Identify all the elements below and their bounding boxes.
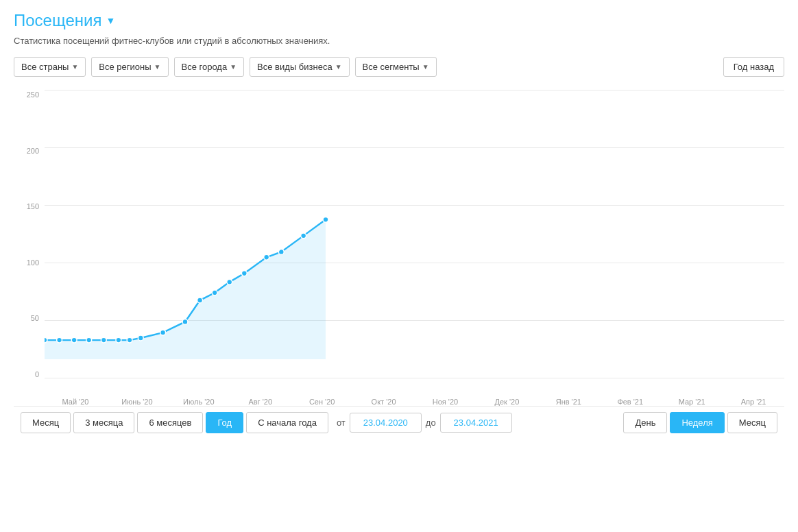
- chevron-down-icon: ▼: [230, 63, 237, 71]
- chart-area: 0 50 100 150 200 250 Май '20 Июнь '20 Ию…: [14, 90, 784, 406]
- x-axis: Май '20 Июнь '20 Июль '20 Авг '20 Сен '2…: [45, 378, 784, 406]
- y-label-100: 100: [14, 258, 45, 267]
- chevron-down-icon: ▼: [335, 63, 342, 71]
- filter-cities[interactable]: Все города ▼: [174, 57, 245, 77]
- x-label-aug20: Авг '20: [230, 398, 291, 406]
- granularity-controls: День Неделя Месяц: [623, 412, 777, 433]
- svg-point-8: [160, 330, 166, 335]
- date-to-label: до: [426, 418, 436, 428]
- x-label-may20: Май '20: [45, 398, 106, 406]
- btn-3months[interactable]: 3 месяца: [73, 412, 134, 433]
- svg-point-15: [278, 249, 284, 254]
- date-from-input[interactable]: [350, 413, 422, 433]
- svg-point-2: [71, 337, 77, 343]
- svg-point-3: [86, 337, 92, 343]
- x-label-dec20: Дек '20: [476, 398, 537, 406]
- filter-regions[interactable]: Все регионы ▼: [91, 57, 168, 77]
- x-label-mar21: Мар '21: [661, 398, 723, 406]
- time-controls: Месяц 3 месяца 6 месяцев Год С начала го…: [14, 406, 784, 439]
- svg-point-11: [212, 290, 217, 295]
- btn-week[interactable]: Неделя: [670, 412, 724, 433]
- filter-bar: Все страны ▼ Все регионы ▼ Все города ▼ …: [14, 57, 784, 77]
- x-label-oct20: Окт '20: [353, 398, 415, 406]
- filter-segments[interactable]: Все сегменты ▼: [355, 57, 437, 77]
- btn-year[interactable]: Год: [206, 412, 243, 433]
- svg-point-10: [197, 298, 203, 303]
- title-dropdown-icon[interactable]: ▼: [106, 15, 115, 26]
- x-label-apr21: Апр '21: [723, 398, 784, 406]
- page-title: Посещения: [14, 11, 101, 30]
- date-range: от до: [337, 413, 512, 433]
- y-label-200: 200: [14, 147, 45, 155]
- x-label-jan21: Янв '21: [537, 398, 599, 406]
- svg-point-6: [127, 337, 132, 343]
- svg-point-4: [101, 337, 106, 343]
- y-label-250: 250: [14, 90, 45, 99]
- filter-business[interactable]: Все виды бизнеса ▼: [250, 57, 349, 77]
- svg-point-17: [323, 217, 328, 222]
- x-label-sep20: Сен '20: [291, 398, 353, 406]
- btn-ytd[interactable]: С начала года: [246, 412, 328, 433]
- x-label-feb21: Фев '21: [599, 398, 661, 406]
- page-subtitle: Статистика посещений фитнес-клубов или с…: [14, 36, 784, 46]
- date-from-label: от: [337, 418, 346, 428]
- x-label-jul20: Июль '20: [168, 398, 230, 406]
- svg-point-5: [116, 337, 121, 343]
- chevron-down-icon: ▼: [154, 63, 161, 71]
- svg-point-13: [241, 271, 247, 276]
- svg-point-1: [57, 337, 62, 343]
- line-chart: [45, 90, 784, 359]
- btn-6months[interactable]: 6 месяцев: [137, 412, 203, 433]
- year-ago-button[interactable]: Год назад: [723, 57, 784, 77]
- btn-month[interactable]: Месяц: [21, 412, 71, 433]
- header: Посещения ▼: [14, 11, 784, 30]
- chevron-down-icon: ▼: [71, 63, 78, 71]
- y-label-0: 0: [14, 370, 45, 378]
- chevron-down-icon: ▼: [422, 63, 429, 71]
- svg-point-7: [138, 335, 143, 341]
- svg-point-9: [182, 319, 188, 325]
- btn-day[interactable]: День: [623, 412, 667, 433]
- x-label-nov20: Ноя '20: [415, 398, 476, 406]
- date-to-input[interactable]: [440, 413, 512, 433]
- x-label-jun20: Июнь '20: [106, 398, 168, 406]
- filter-countries[interactable]: Все страны ▼: [14, 57, 86, 77]
- svg-point-0: [45, 337, 47, 343]
- y-axis: 0 50 100 150 200 250: [14, 90, 45, 378]
- y-label-150: 150: [14, 202, 45, 210]
- svg-point-12: [227, 279, 232, 285]
- y-label-50: 50: [14, 314, 45, 322]
- svg-point-16: [301, 233, 306, 239]
- svg-point-14: [264, 254, 269, 260]
- btn-month-gran[interactable]: Месяц: [727, 412, 777, 433]
